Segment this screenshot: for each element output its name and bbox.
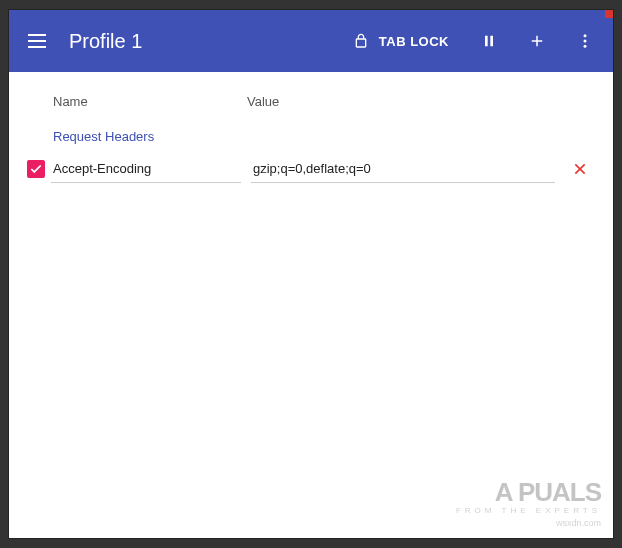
header-name-input[interactable]: [51, 155, 241, 183]
header-row: [27, 154, 595, 188]
tab-lock-label: TAB LOCK: [379, 34, 449, 49]
more-button[interactable]: [565, 21, 605, 61]
app-bar: Profile 1 TAB LOCK: [9, 10, 613, 72]
column-name-header: Name: [53, 94, 247, 109]
tab-lock-button[interactable]: TAB LOCK: [341, 21, 461, 61]
watermark-tagline: FROM THE EXPERTS: [456, 506, 601, 515]
add-button[interactable]: [517, 21, 557, 61]
close-icon: [572, 161, 588, 177]
request-headers-section-label: Request Headers: [27, 123, 595, 154]
lock-icon: [353, 32, 369, 50]
svg-point-0: [584, 34, 587, 37]
delete-row-button[interactable]: [565, 154, 595, 184]
app-window: Profile 1 TAB LOCK Name Value: [8, 9, 614, 539]
column-value-header: Value: [247, 94, 595, 109]
pause-button[interactable]: [469, 21, 509, 61]
column-headers: Name Value: [27, 84, 595, 123]
menu-button[interactable]: [17, 21, 57, 61]
header-value-input[interactable]: [251, 155, 555, 183]
pause-icon: [481, 33, 497, 49]
check-icon: [29, 162, 43, 176]
content-area: Name Value Request Headers: [9, 72, 613, 188]
window-close-indicator: [605, 9, 614, 18]
more-vert-icon: [576, 32, 594, 50]
watermark: A PUALS FROM THE EXPERTS wsxdn.com: [456, 477, 601, 528]
hamburger-icon: [28, 34, 46, 48]
svg-point-2: [584, 45, 587, 48]
row-enabled-checkbox[interactable]: [27, 160, 45, 178]
svg-point-1: [584, 40, 587, 43]
plus-icon: [528, 32, 546, 50]
watermark-brand: A PUALS: [456, 477, 601, 508]
profile-title: Profile 1: [65, 30, 333, 53]
watermark-site: wsxdn.com: [456, 518, 601, 528]
